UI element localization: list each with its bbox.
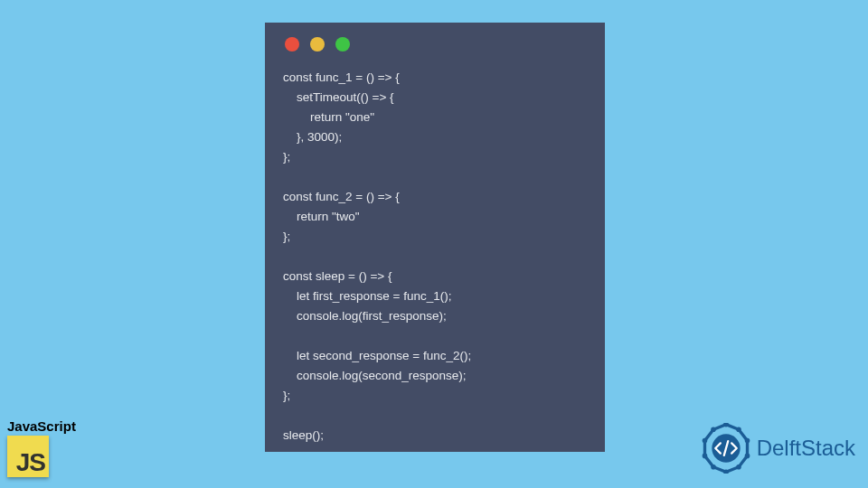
- javascript-logo-icon: JS: [7, 436, 49, 477]
- svg-point-10: [711, 427, 716, 432]
- javascript-badge: JavaScript JS: [7, 418, 76, 477]
- window-traffic-lights: [283, 37, 587, 52]
- maximize-icon: [335, 37, 350, 52]
- delftstack-branding: DelftStack: [701, 423, 855, 474]
- svg-point-8: [702, 454, 707, 459]
- javascript-label: JavaScript: [7, 418, 76, 434]
- svg-point-2: [736, 427, 741, 432]
- close-icon: [285, 37, 299, 52]
- svg-point-4: [744, 454, 750, 459]
- code-window: const func_1 = () => { setTimeout(() => …: [265, 23, 605, 452]
- delftstack-label: DelftStack: [757, 436, 855, 461]
- svg-point-3: [744, 438, 750, 444]
- code-content: const func_1 = () => { setTimeout(() => …: [283, 68, 587, 446]
- svg-point-7: [711, 465, 716, 470]
- javascript-logo-text: JS: [16, 448, 45, 477]
- delftstack-logo-icon: [701, 423, 751, 474]
- minimize-icon: [310, 37, 325, 52]
- svg-point-5: [736, 465, 741, 470]
- svg-point-9: [702, 438, 707, 444]
